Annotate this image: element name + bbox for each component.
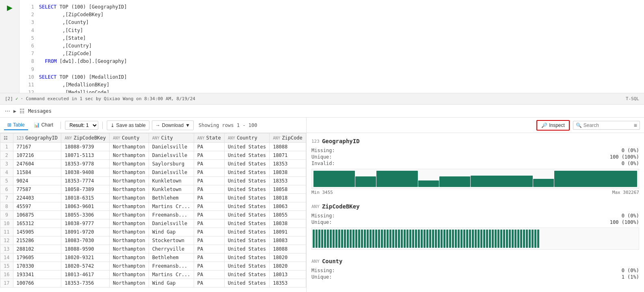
stat-unique-county: Unique:1 (1%) [311,274,639,280]
cell-county: Northampton [110,202,149,211]
filter-button[interactable]: ≡ [634,122,637,129]
col-header-county[interactable]: ANY County [110,133,149,143]
cell-zipcodebkey: 18353-7774 [61,177,110,185]
cell-country: United States [225,253,270,262]
save-as-table-button[interactable]: ⤓ Save as table [107,120,149,130]
col-header-city[interactable]: ANY City [149,133,194,143]
zip-bar-segment [489,230,491,248]
cell-zipcode: 18071 [270,151,306,160]
inspect-scroll[interactable]: 123 GeographyID Missing:0 (0%) Unique:10… [307,133,644,292]
zip-bar-segment [483,230,485,248]
stat-missing-geographyid: Missing:0 (0%) [311,148,639,153]
cell-city: Kunkletown [149,177,194,185]
cell-county: Northampton [110,279,149,288]
cell-zipcode: 18088 [270,245,306,253]
zip-bar-segment [330,230,332,248]
cell-county: Northampton [110,271,149,279]
cell-city: Freemansb... [149,211,194,219]
col-header-zipcode[interactable]: ANY ZipCode [270,133,306,143]
col-header-geographyid[interactable]: 123 GeographyID [13,133,61,143]
inspect-button[interactable]: 🔎 Inspect [536,120,570,131]
search-box[interactable]: 🔍 ≡ [573,121,640,130]
cell-county: Northampton [110,160,149,168]
run-button-col: ▶ [0,0,19,93]
stat-invalid-geographyid: Invalid:0 (0%) [311,161,639,166]
cell-state: PA [194,271,224,279]
table-row: 6 77587 18058-7389 Northampton Kunkletow… [0,185,306,194]
table-toolbar: ⊞ Table 📊 Chart Result: 1 Result: 2 ⤓ Sa… [0,118,306,133]
col-header-state[interactable]: ANY State [194,133,224,143]
tab-table[interactable]: ⊞ Table [4,120,28,130]
cell-geographyid: 193341 [13,271,61,279]
table-icon: ⊞ [7,122,11,128]
cell-zipcodebkey: 18013-4617 [61,271,110,279]
zip-bar-segment [333,230,335,248]
cell-zipcodebkey: 18353-7356 [61,279,110,288]
cell-zipcodebkey: 18063-9601 [61,202,110,211]
cell-rownum: 10 [0,219,13,228]
cell-city: Danielsville [149,219,194,228]
cell-state: PA [194,177,224,185]
download-button[interactable]: → Download ▼ [152,120,194,130]
cell-county: Northampton [110,194,149,202]
messages-expand-btn[interactable]: ⋯ [5,108,10,114]
cell-geographyid: 224403 [13,194,61,202]
search-input[interactable] [583,122,632,128]
cell-zipcode: 18091 [270,228,306,236]
cell-zipcodebkey: 18038-9777 [61,219,110,228]
cell-city: Bethlehem [149,253,194,262]
inspect-col-name-geographyid: GeographyID [322,138,360,144]
col-header-country[interactable]: ANY Country [225,133,270,143]
cell-county: Northampton [110,245,149,253]
cell-rownum: 5 [0,177,13,185]
messages-bar: ⋯ ▶ ☷ Messages [0,105,644,118]
zip-bar-segment [327,230,329,248]
cell-zipcodebkey: 18088-9590 [61,245,110,253]
col-header-zipcodebkey[interactable]: ANY ZipCodeBKey [61,133,110,143]
cell-zipcode: 18020 [270,262,306,271]
run-button[interactable]: ▶ [7,3,13,12]
cell-city: Stockertown [149,236,194,245]
zip-bar-segment [469,230,471,248]
tab-chart[interactable]: 📊 Chart [30,120,56,130]
cell-state: PA [194,262,224,271]
cell-country: United States [225,143,270,151]
cell-city: Martins Cr... [149,202,194,211]
cell-zipcode: 18353 [270,279,306,288]
table-row: 3 247604 18353-9778 Northampton Saylorsb… [0,160,306,168]
code-editor[interactable]: 1SELECT TOP (100) [GeographyID] 2 ,[ZipC… [19,0,644,93]
cell-state: PA [194,168,224,177]
search-icon: 🔍 [576,122,582,128]
cell-zipcodebkey: 18055-3306 [61,211,110,219]
cell-city: Wind Gap [149,228,194,236]
zip-bar-segment [344,230,346,248]
cell-county: Northampton [110,143,149,151]
cell-zipcode: 18353 [270,177,306,185]
result-selector[interactable]: Result: 1 Result: 2 [65,121,98,130]
cell-zipcodebkey: 18018-6315 [61,194,110,202]
cell-geographyid: 170330 [13,262,61,271]
zip-bar-segment [534,230,536,248]
status-bar: [2] ✓ · Command executed in 1 sec by Qix… [0,93,644,105]
cell-state: PA [194,151,224,160]
download-icon: → [156,122,160,128]
cell-country: United States [225,177,270,185]
table-header-row: ☷ 123 GeographyID ANY ZipCodeBKey ANY Co… [0,133,306,143]
zip-bar-segment [458,230,460,248]
cell-zipcodebkey: 18058-7389 [61,185,110,194]
zip-bar-segment [443,230,445,248]
cell-zipcodebkey: 18038-9408 [61,168,110,177]
cell-zipcodebkey: 18091-9720 [61,228,110,236]
status-left: [2] ✓ · Command executed in 1 sec by Qix… [5,96,195,101]
table-row: 10 165312 18038-9777 Northampton Daniels… [0,219,306,228]
zip-bar-segment [441,230,443,248]
table-scroll[interactable]: ☷ 123 GeographyID ANY ZipCodeBKey ANY Co… [0,133,306,292]
cell-zipcode: 18353 [270,160,306,168]
inspect-col-name-county: County [322,258,343,264]
cell-rownum: 6 [0,185,13,194]
zip-bar-segment [480,230,482,248]
cell-state: PA [194,279,224,288]
toolbar-divider2 [102,122,103,129]
zip-bar-segment [412,230,414,248]
cell-zipcodebkey: 18088-9739 [61,143,110,151]
